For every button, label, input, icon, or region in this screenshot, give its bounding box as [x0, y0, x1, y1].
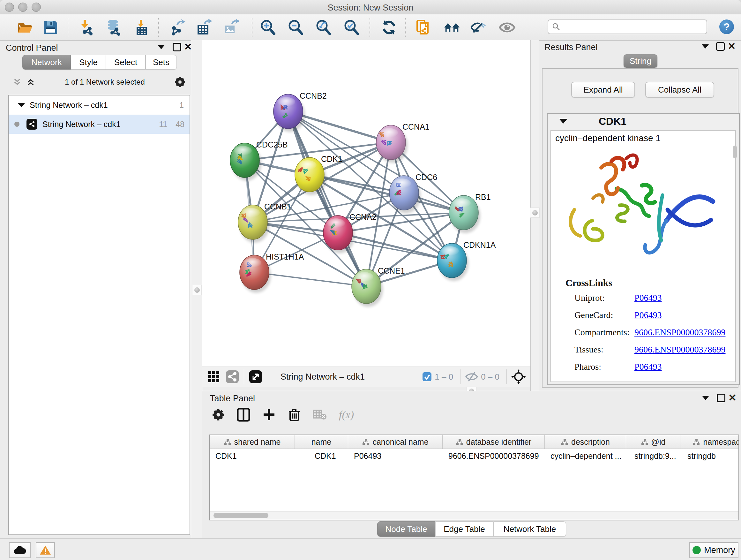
import-network-from-database-button[interactable]: [106, 19, 123, 36]
left-splitter-handle[interactable]: [192, 285, 202, 295]
node-result-card: CDK1 cyclin–dependent kinase 1: [547, 113, 740, 385]
selected-checkbox-icon[interactable]: [422, 372, 432, 382]
collapse-all-networks-icon[interactable]: [26, 77, 36, 87]
expand-all-networks-icon[interactable]: [12, 77, 22, 87]
collapse-triangle-icon[interactable]: [559, 119, 567, 124]
right-splitter-handle[interactable]: [530, 207, 540, 218]
right-splitter[interactable]: [530, 40, 539, 391]
crosslink-label: Tissues:: [575, 345, 603, 354]
table-options-gear-icon[interactable]: [212, 408, 225, 421]
tab-sets[interactable]: Sets: [145, 55, 177, 70]
control-panel-menu-button[interactable]: [156, 42, 166, 52]
network-edge[interactable]: [254, 272, 366, 287]
memory-button[interactable]: Memory: [689, 542, 738, 558]
network-canvas[interactable]: CCNB2CCNA1CDC25BCDK1CDC6RB1CCNB1CCNA2CDK…: [202, 40, 530, 367]
expand-all-button[interactable]: Expand All: [571, 82, 635, 98]
network-thumbnail-icon[interactable]: [225, 370, 239, 384]
export-table-button[interactable]: [195, 19, 212, 36]
network-node-hist1h1a[interactable]: HIST1H1A: [240, 252, 304, 293]
export-table-icon: [196, 19, 212, 36]
current-network-dot-icon: [14, 122, 19, 127]
network-node-cdkn1a[interactable]: CDKN1A: [437, 240, 496, 281]
zoom-in-button[interactable]: [259, 19, 276, 36]
network-node-rb1[interactable]: RB1: [449, 192, 491, 233]
save-session-button[interactable]: [42, 19, 59, 36]
table-row[interactable]: CDK1 CDK1 P06493 9606.ENSP00000378699 cy…: [210, 449, 738, 462]
table-panel-title: Table Panel: [210, 394, 255, 403]
search-field[interactable]: [548, 19, 707, 34]
crosslink-link[interactable]: P06493: [634, 293, 662, 303]
export-image-button[interactable]: [222, 19, 239, 36]
grid-view-icon[interactable]: [207, 370, 220, 383]
open-session-button[interactable]: [17, 19, 34, 36]
results-panel-title: Results Panel: [544, 43, 598, 52]
hierarchy-icon: [692, 438, 700, 445]
search-input[interactable]: [560, 22, 699, 32]
import-table-from-file-button[interactable]: [133, 19, 150, 36]
column-header[interactable]: name: [295, 435, 348, 449]
delete-trash-icon[interactable]: [288, 408, 300, 422]
show-all-button[interactable]: [498, 19, 516, 36]
help-glyph: ?: [724, 21, 730, 33]
tab-style[interactable]: Style: [71, 55, 106, 70]
crosslink-link[interactable]: P06493: [634, 310, 662, 320]
node-label: CCNE1: [378, 266, 405, 275]
network-row-selected[interactable]: String Network – cdk1 11 48: [9, 115, 190, 134]
network-node-ccnb2[interactable]: CCNB2: [273, 91, 327, 132]
zoom-selected-button[interactable]: [343, 19, 360, 36]
zoom-fit-button[interactable]: [315, 19, 332, 36]
warnings-button[interactable]: [36, 542, 55, 558]
crosslink-link[interactable]: 9606.ENSP00000378699: [634, 345, 725, 355]
table-panel-close-button[interactable]: ✕: [727, 392, 738, 403]
cloud-status-button[interactable]: [9, 542, 30, 558]
table-panel-float-button[interactable]: [716, 392, 726, 403]
tab-node-table[interactable]: Node Table: [377, 521, 435, 537]
network-graph[interactable]: CCNB2CCNA1CDC25BCDK1CDC6RB1CCNB1CCNA2CDK…: [202, 40, 530, 367]
network-node-ccna1[interactable]: CCNA1: [376, 122, 429, 163]
table-panel-menu-button[interactable]: [700, 392, 711, 403]
hierarchy-icon: [456, 438, 463, 445]
tab-select[interactable]: Select: [106, 55, 145, 70]
tab-network[interactable]: Network: [22, 55, 71, 70]
results-panel-close-button[interactable]: ✕: [726, 41, 737, 52]
scrollbar-thumb[interactable]: [213, 513, 268, 518]
results-scrollbar-thumb[interactable]: [733, 145, 737, 159]
collapse-triangle-icon[interactable]: [17, 103, 25, 107]
crosslink-link[interactable]: P06493: [634, 362, 662, 372]
results-panel-float-button[interactable]: [715, 41, 726, 52]
network-node-ccne1[interactable]: CCNE1: [352, 266, 405, 307]
left-splitter[interactable]: [191, 40, 203, 538]
apply-layout-button[interactable]: [381, 19, 398, 36]
control-panel-close-button[interactable]: ✕: [183, 42, 193, 52]
node-label: CCNB2: [300, 91, 327, 100]
results-panel-menu-button[interactable]: [700, 41, 711, 52]
hide-selected-button[interactable]: [470, 19, 487, 36]
network-collection-row[interactable]: String Network – cdk1 1: [9, 96, 190, 115]
help-button[interactable]: ?: [719, 19, 734, 34]
crosslink-link[interactable]: 9606.ENSP00000378699: [634, 327, 725, 337]
collapse-all-button[interactable]: Collapse All: [645, 82, 714, 98]
fit-content-crosshair-icon[interactable]: [511, 369, 526, 384]
export-network-button[interactable]: [169, 19, 186, 36]
add-column-plus-icon[interactable]: [262, 408, 276, 422]
table-horizontal-scrollbar[interactable]: [210, 511, 738, 520]
import-network-from-file-button[interactable]: [78, 19, 96, 36]
column-header[interactable]: shared name: [210, 435, 295, 449]
column-header[interactable]: namespace: [680, 435, 739, 449]
tab-edge-table[interactable]: Edge Table: [435, 521, 493, 537]
column-header[interactable]: @id: [626, 435, 680, 449]
show-columns-icon[interactable]: [237, 408, 250, 422]
birds-eye-view-icon[interactable]: [249, 370, 263, 384]
tab-network-table[interactable]: Network Table: [493, 521, 566, 537]
column-header[interactable]: description: [545, 435, 626, 449]
network-options-gear-icon[interactable]: [174, 76, 186, 88]
column-header[interactable]: canonical name: [348, 435, 443, 449]
column-header[interactable]: database identifier: [443, 435, 545, 449]
dropdown-triangle-icon: [158, 45, 165, 49]
first-neighbors-button[interactable]: [444, 19, 461, 36]
tab-string[interactable]: String: [623, 54, 657, 68]
control-panel-float-button[interactable]: [172, 42, 182, 52]
copy-style-button[interactable]: [415, 19, 432, 36]
network-node-ccna2[interactable]: CCNA2: [323, 212, 377, 253]
zoom-out-button[interactable]: [287, 19, 304, 36]
